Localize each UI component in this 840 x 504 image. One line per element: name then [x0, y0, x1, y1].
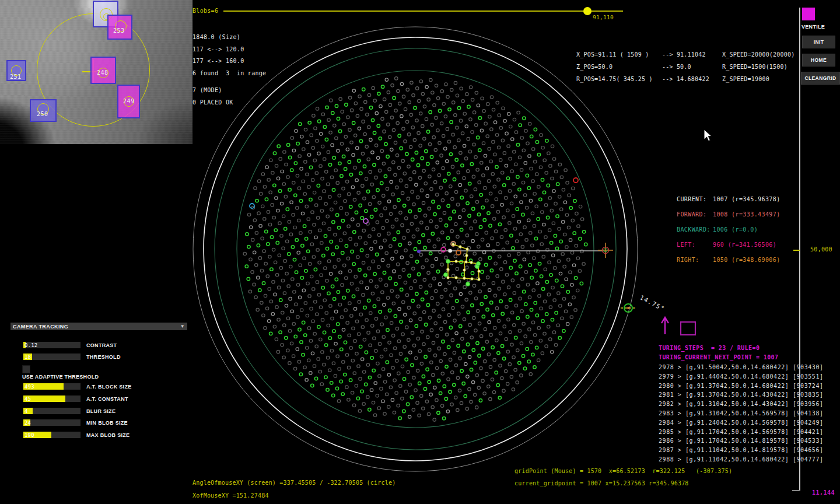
grid-point-active [477, 213, 480, 216]
grid-point [345, 276, 348, 279]
grid-point-active [431, 232, 434, 235]
grid-point [520, 201, 523, 204]
grid-point [283, 292, 286, 295]
grid-point [311, 352, 314, 355]
grid-point [337, 400, 340, 402]
home-button[interactable]: HOME [802, 54, 835, 66]
grid-point [559, 304, 562, 307]
at-block-size-slider[interactable]: 493 [23, 383, 80, 390]
turing-path-node [447, 268, 449, 271]
grid-point [488, 115, 491, 118]
grid-point-active [380, 181, 383, 184]
grid-point-active [379, 310, 382, 313]
grid-point [365, 145, 368, 148]
cleangrid-button[interactable]: CLEANGRID [801, 72, 840, 85]
grid-point-active [464, 394, 467, 397]
grid-point-active [308, 121, 311, 124]
grid-point [307, 186, 310, 188]
grid-point [486, 276, 489, 279]
grid-point [410, 254, 413, 257]
grid-point-active [331, 253, 334, 256]
turing-path-node [463, 277, 466, 279]
grid-point [446, 410, 449, 413]
grid-point [558, 163, 561, 166]
grid-point [357, 365, 360, 368]
threshold-slider[interactable]: 18 [23, 354, 80, 360]
grid-point [409, 318, 412, 321]
min-blob-size-label: MIN BLOB SIZE [86, 420, 128, 426]
grid-point [430, 123, 433, 126]
max-blob-size-slider[interactable]: 190 [23, 432, 80, 438]
grid-point [329, 272, 332, 275]
grid-point-active [408, 274, 411, 277]
grid-point [368, 267, 370, 270]
grid-point [459, 119, 462, 122]
grid-point [435, 257, 438, 260]
grid-point [385, 78, 388, 81]
grid-point [334, 342, 337, 345]
grid-point-active [582, 230, 585, 233]
grid-point [340, 316, 343, 318]
grid-point-active [415, 260, 418, 263]
grid-point [285, 272, 288, 275]
grid-point [395, 391, 398, 394]
grid-point [259, 225, 262, 228]
grid-point [488, 147, 491, 150]
blobs-slider-handle[interactable] [583, 7, 592, 15]
turing-path-node [447, 276, 449, 279]
contrast-slider[interactable]: 0.12 [23, 342, 80, 348]
grid-point [503, 120, 506, 123]
grid-point [545, 345, 548, 348]
status-line: gridPoint (Mouse) = 1570 x=66.52173 r=32… [514, 468, 732, 480]
grid-point [461, 241, 464, 244]
grid-point [330, 176, 333, 178]
threshold-label: THRESHOLD [86, 354, 121, 360]
grid-point [324, 267, 327, 270]
at-constant-slider[interactable]: 45 [23, 396, 80, 402]
grid-point [475, 406, 478, 409]
camera-tracking-dropdown[interactable]: CAMERA TRACKING ▼ [10, 323, 187, 330]
grid-point [547, 325, 550, 328]
grid-point [362, 402, 365, 405]
grid-point [404, 216, 407, 219]
grid-point-active [288, 188, 291, 191]
grid-point [468, 355, 471, 358]
wafer-ring [237, 71, 594, 428]
grid-point-active [516, 176, 519, 178]
grid-point [268, 255, 271, 258]
grid-point-active [506, 177, 509, 180]
grid-point-active [432, 200, 435, 203]
blur-size-slider[interactable]: 4 [23, 408, 80, 414]
grid-point [507, 145, 510, 148]
adaptive-threshold-checkbox[interactable] [22, 365, 30, 373]
grid-point [312, 320, 314, 323]
grid-point [362, 293, 365, 296]
grid-point-active [331, 111, 334, 114]
grid-point [471, 381, 474, 384]
grid-point [512, 324, 515, 327]
min-blob-size-slider[interactable]: 24 [23, 419, 80, 426]
grid-point [432, 341, 435, 344]
init-button[interactable]: INIT [802, 36, 835, 48]
grid-point [273, 325, 276, 328]
grid-point [374, 382, 377, 384]
grid-point [543, 159, 546, 162]
grid-point-active [286, 144, 289, 146]
grid-point [427, 412, 430, 415]
grid-point-active [457, 107, 460, 110]
grid-point-active [368, 299, 370, 302]
grid-point [300, 167, 303, 170]
grid-point-active [317, 120, 320, 123]
grid-point [475, 200, 478, 203]
grid-point [430, 296, 433, 299]
grid-point [425, 85, 428, 88]
blobs-slider-track[interactable] [223, 10, 623, 12]
ventile-color-swatch[interactable] [802, 8, 815, 20]
grid-point-active [499, 300, 502, 303]
grid-point [530, 167, 533, 170]
grid-point [263, 218, 266, 220]
grid-point [482, 110, 485, 113]
grid-point [442, 308, 444, 311]
log-line: 2980 > [g,91.37042,50.0,14.680422] [9037… [659, 383, 839, 392]
grid-point [391, 84, 394, 87]
